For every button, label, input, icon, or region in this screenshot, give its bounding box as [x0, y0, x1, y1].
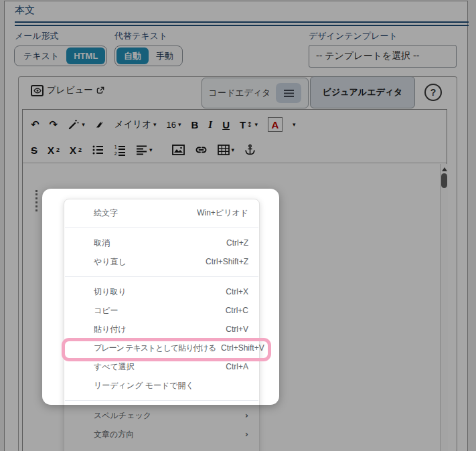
menu-item-paste[interactable]: 貼り付け Ctrl+V — [64, 320, 259, 339]
hamburger-menu-button[interactable] — [276, 83, 301, 103]
undo-icon[interactable]: ↶ — [31, 118, 39, 130]
font-family-caret-icon: ▾ — [153, 121, 157, 128]
superscript-button[interactable]: X2 — [48, 145, 60, 156]
insert-link-button[interactable] — [195, 144, 208, 156]
alt-text-toggle: 自動 手動 — [114, 46, 183, 66]
page-title: 本文 — [15, 4, 35, 17]
design-template-label: デザインテンプレート — [309, 30, 398, 42]
align-dropdown[interactable]: ▾ — [136, 145, 153, 155]
tab-code-editor[interactable]: コードエディタ — [202, 78, 309, 108]
line-height-caret-icon: ▾ — [254, 121, 258, 128]
anchor-button[interactable] — [244, 144, 256, 156]
menu-item-shortcut: Ctrl+A — [220, 362, 248, 371]
menu-item-label: 切り取り — [94, 286, 127, 298]
align-caret-icon: ▾ — [149, 147, 153, 153]
menu-item-emoji[interactable]: 絵文字 Win+ピリオド — [64, 203, 259, 222]
strikethrough-button[interactable]: S — [31, 145, 37, 156]
alt-text-option-auto[interactable]: 自動 — [116, 48, 149, 64]
alt-text-label: 代替テキスト — [114, 30, 167, 42]
wand-caret-icon: ▾ — [82, 121, 85, 128]
menu-item-shortcut: Ctrl+C — [220, 306, 248, 315]
preview-eye-icon — [31, 85, 44, 96]
mail-format-option-text[interactable]: テキスト — [16, 48, 66, 64]
menu-separator — [65, 276, 258, 277]
menu-item-shortcut: Ctrl+V — [220, 325, 248, 334]
menu-item-shortcut: Ctrl+Shift+Z — [200, 257, 248, 266]
menu-item-redo[interactable]: やり直し Ctrl+Shift+Z — [64, 252, 259, 271]
line-height-arrows-icon: ↕ — [246, 120, 252, 129]
screen: 本文 メール形式 テキスト HTML 代替テキスト 自動 手動 デザインテンプレ… — [0, 0, 476, 451]
redo-icon[interactable]: ↷ — [50, 118, 58, 130]
font-color-caret-icon[interactable]: ▾ — [293, 121, 296, 128]
svg-text:1: 1 — [114, 145, 117, 150]
subscript-base: X — [70, 145, 76, 156]
font-color-button[interactable]: A — [268, 117, 283, 132]
tab-code-editor-label: コードエディタ — [209, 87, 271, 99]
insert-table-dropdown[interactable]: ▾ — [218, 145, 235, 155]
drag-handle[interactable] — [35, 190, 37, 211]
superscript-base: X — [48, 145, 54, 156]
menu-item-text-direction[interactable]: 文章の方向 › — [64, 425, 259, 444]
scrollbar-thumb[interactable] — [441, 173, 447, 188]
line-height-dropdown[interactable]: T ↕ ▾ — [240, 119, 258, 130]
subscript-idx: 2 — [78, 147, 82, 153]
underline-button[interactable]: U — [222, 119, 230, 130]
italic-button[interactable]: I — [208, 119, 212, 130]
insert-image-button[interactable] — [172, 145, 185, 155]
alt-text-option-manual[interactable]: 手動 — [149, 48, 181, 64]
design-template-select[interactable]: -- テンプレートを選択 -- — [309, 45, 457, 68]
menu-separator — [65, 400, 258, 401]
menu-item-select-all[interactable]: すべて選択 Ctrl+A — [64, 357, 259, 376]
menu-item-label: すべて選択 — [94, 361, 135, 373]
tab-visual-editor-label: ビジュアルエディタ — [323, 86, 403, 98]
mail-format-option-html[interactable]: HTML — [66, 48, 105, 64]
menu-item-label: 取消 — [94, 238, 110, 249]
svg-text:2: 2 — [114, 151, 117, 157]
menu-item-shortcut: Ctrl+Shift+V — [216, 343, 264, 353]
menu-item-shortcut: Ctrl+X — [220, 287, 248, 296]
eraser-icon[interactable] — [95, 120, 104, 129]
table-caret-icon: ▾ — [232, 147, 235, 153]
menu-item-spellcheck[interactable]: スペルチェック › — [64, 406, 259, 425]
title-divider — [15, 21, 469, 26]
menu-item-shortcut: Ctrl+Z — [221, 238, 248, 248]
preview-label: プレビュー — [47, 84, 93, 96]
superscript-exp: 2 — [56, 147, 60, 153]
menu-item-label: 貼り付け — [94, 324, 127, 335]
menu-item-paste-plain-text[interactable]: プレーン テキストとして貼り付ける Ctrl+Shift+V — [64, 339, 259, 357]
font-family-dropdown[interactable]: メイリオ ▾ — [114, 118, 157, 130]
scroll-up-arrow[interactable] — [442, 167, 447, 171]
menu-item-label: 文章の方向 — [94, 429, 134, 440]
menu-separator — [65, 228, 258, 228]
font-size-value: 16 — [166, 120, 175, 130]
context-menu: 絵文字 Win+ピリオド 取消 Ctrl+Z やり直し Ctrl+Shift+Z… — [64, 199, 260, 451]
toolbar-row-1: ↶ ↷ ▾ メイリオ ▾ 16 ▾ — [31, 112, 447, 137]
editor-scrollbar[interactable] — [440, 164, 448, 451]
font-size-caret-icon: ▾ — [178, 121, 181, 128]
subscript-button[interactable]: X2 — [70, 145, 82, 156]
menu-item-label: 絵文字 — [94, 207, 118, 219]
numbered-list-button[interactable]: 12 — [114, 144, 126, 156]
preview-button[interactable]: プレビュー — [31, 84, 104, 96]
menu-item-copy[interactable]: コピー Ctrl+C — [64, 301, 259, 320]
line-height-letter: T — [240, 119, 246, 130]
menu-item-label: プレーン テキストとして貼り付ける — [94, 343, 216, 354]
magic-wand-button[interactable]: ▾ — [68, 118, 85, 130]
editor-toolbar: ↶ ↷ ▾ メイリオ ▾ 16 ▾ — [23, 110, 447, 163]
menu-item-label: やり直し — [94, 256, 127, 268]
toolbar-row-2: S X2 X2 12 ▾ — [31, 137, 447, 163]
menu-item-label: コピー — [94, 305, 118, 317]
help-icon[interactable]: ? — [424, 84, 442, 101]
bullet-list-button[interactable] — [92, 144, 104, 156]
tab-visual-editor[interactable]: ビジュアルエディタ — [310, 76, 415, 108]
font-size-dropdown[interactable]: 16 ▾ — [166, 120, 181, 130]
menu-item-reading-mode[interactable]: リーディング モードで開く — [64, 376, 259, 395]
menu-item-undo[interactable]: 取消 Ctrl+Z — [64, 234, 259, 252]
menu-item-shortcut: Win+ピリオド — [191, 207, 248, 219]
menu-item-cut[interactable]: 切り取り Ctrl+X — [64, 282, 259, 301]
submenu-arrow-icon: › — [245, 430, 248, 439]
mail-format-label: メール形式 — [15, 30, 59, 42]
bold-button[interactable]: B — [191, 119, 198, 130]
font-family-value: メイリオ — [114, 118, 151, 130]
submenu-arrow-icon: › — [245, 411, 248, 420]
